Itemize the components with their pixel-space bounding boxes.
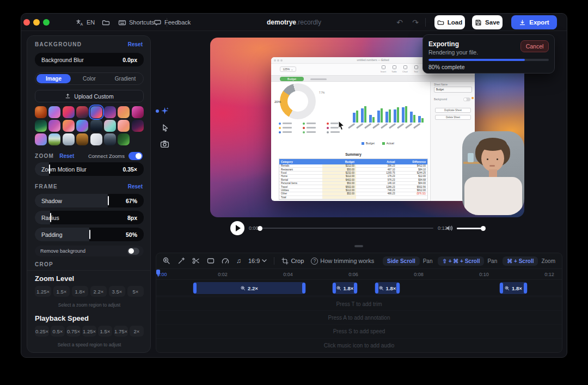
- background-swatch-selected[interactable]: [90, 106, 102, 118]
- save-button[interactable]: Save: [472, 15, 503, 29]
- region-right-handle[interactable]: [524, 283, 527, 294]
- zoom-region-icon: [336, 286, 341, 291]
- playback-current-time: 0:00: [249, 225, 259, 231]
- volume-slider[interactable]: [457, 228, 483, 229]
- background-swatch[interactable]: [104, 133, 116, 145]
- zoom-reset-link[interactable]: Reset: [59, 153, 74, 159]
- magic-cut-tool-icon[interactable]: [177, 257, 185, 265]
- zoom-in-tool-icon[interactable]: [163, 257, 170, 265]
- webcam-person-fringe: [479, 138, 507, 151]
- zoom-region[interactable]: 2.2×: [193, 282, 306, 294]
- background-swatch[interactable]: [104, 106, 116, 118]
- speed-0.25x[interactable]: 0.25×: [35, 326, 49, 337]
- zoom-level-1.8x[interactable]: 1.8×: [72, 286, 88, 297]
- zoom-level-1.5x[interactable]: 1.5×: [53, 286, 70, 297]
- background-swatch[interactable]: [35, 133, 47, 145]
- background-swatch[interactable]: [63, 120, 75, 132]
- background-swatch[interactable]: [35, 120, 47, 132]
- speed-2x[interactable]: 2×: [130, 326, 144, 337]
- background-swatch[interactable]: [76, 120, 88, 132]
- background-swatch[interactable]: [76, 106, 88, 118]
- speed-gauge-icon[interactable]: [222, 257, 229, 265]
- background-swatch[interactable]: [63, 133, 75, 145]
- region-right-handle[interactable]: [396, 283, 400, 294]
- background-swatch[interactable]: [63, 106, 75, 118]
- redo-button[interactable]: ↷: [409, 16, 422, 28]
- tab-color[interactable]: Color: [71, 73, 107, 84]
- speed-1.5x[interactable]: 1.5×: [98, 326, 112, 337]
- webcam-overlay[interactable]: [462, 131, 524, 215]
- tab-gradient[interactable]: Gradient: [107, 73, 143, 84]
- padding-slider[interactable]: Padding 50%: [35, 228, 144, 241]
- zoom-level-2.2x[interactable]: 2.2×: [90, 286, 107, 297]
- speed-0.75x[interactable]: 0.75×: [66, 326, 81, 337]
- zoom-level-3.5x[interactable]: 3.5×: [109, 286, 125, 297]
- help-icon: ?: [311, 258, 318, 265]
- volume-handle[interactable]: [481, 226, 486, 231]
- webcam-person-mouth: [489, 165, 495, 167]
- effects-sparkles-icon[interactable]: [160, 107, 169, 116]
- remove-background-toggle[interactable]: [127, 248, 139, 255]
- background-reset-link[interactable]: Reset: [128, 41, 143, 47]
- zoom-level-5x[interactable]: 5×: [127, 286, 144, 297]
- annotation-tool-icon[interactable]: [207, 257, 215, 265]
- tab-image-label: Image: [36, 74, 71, 83]
- radius-slider[interactable]: Radius 8px: [35, 211, 144, 224]
- seek-bar[interactable]: [262, 228, 433, 229]
- region-right-handle[interactable]: [354, 283, 357, 294]
- volume-icon[interactable]: [445, 224, 454, 232]
- crop-button[interactable]: Crop: [281, 258, 304, 265]
- speed-1.25x[interactable]: 1.25×: [82, 326, 96, 337]
- background-swatch[interactable]: [118, 133, 130, 145]
- connect-zooms-toggle[interactable]: [128, 152, 143, 160]
- background-swatch[interactable]: [132, 120, 144, 132]
- ruler-tick-label: 0:00: [157, 272, 179, 277]
- aspect-ratio-dropdown[interactable]: 16:9: [248, 258, 267, 264]
- background-swatch[interactable]: [90, 133, 102, 145]
- trim-scissors-icon[interactable]: [192, 257, 200, 265]
- panel-resize-handle[interactable]: [354, 245, 363, 247]
- background-swatch[interactable]: [104, 120, 116, 132]
- how-trimming-works-label: How trimming works: [320, 258, 374, 264]
- upload-custom-button[interactable]: Upload Custom: [35, 90, 144, 102]
- play-button[interactable]: [230, 221, 244, 235]
- frame-reset-link[interactable]: Reset: [128, 184, 143, 190]
- zoom-track[interactable]: 2.2× 1.8× 1.8×: [156, 280, 562, 296]
- background-blur-slider[interactable]: Background Blur 0.0px: [35, 53, 144, 66]
- how-trimming-works-link[interactable]: ? How trimming works: [311, 258, 374, 265]
- background-swatch[interactable]: [90, 120, 102, 132]
- background-swatch[interactable]: [118, 120, 130, 132]
- export-toast: Exporting Rendering your file. Cancel 80…: [422, 34, 555, 74]
- zoom-region-label: 1.8×: [344, 285, 354, 291]
- background-swatch[interactable]: [48, 133, 60, 145]
- zoom-region[interactable]: 1.8×: [332, 282, 358, 294]
- timeline-ruler[interactable]: 0:00 0:02 0:04 0:06 0:08 0:10 0:12: [156, 270, 562, 280]
- background-swatch[interactable]: [35, 106, 47, 118]
- background-swatch[interactable]: [76, 133, 88, 145]
- zoom-region[interactable]: 1.8×: [375, 282, 400, 294]
- cursor-tool-icon[interactable]: [161, 124, 169, 132]
- background-swatch[interactable]: [48, 106, 60, 118]
- recorded-summary-title: Summary: [279, 152, 428, 156]
- zoom-level-1.25x[interactable]: 1.25×: [35, 286, 51, 297]
- shadow-slider[interactable]: Shadow 67%: [35, 194, 144, 207]
- speed-1.75x[interactable]: 1.75×: [114, 326, 128, 337]
- background-swatch[interactable]: [118, 106, 130, 118]
- region-right-handle[interactable]: [302, 283, 305, 294]
- load-button[interactable]: Load: [434, 15, 465, 29]
- camera-tool-icon[interactable]: [160, 140, 169, 148]
- background-swatch[interactable]: [132, 106, 144, 118]
- tab-image[interactable]: Image: [36, 74, 71, 83]
- recorded-donut-label: 20%: [274, 100, 281, 103]
- webcam-person-eye: [487, 158, 488, 160]
- undo-button[interactable]: ↶: [393, 16, 406, 28]
- seek-handle[interactable]: [258, 226, 262, 231]
- playhead[interactable]: [156, 270, 160, 274]
- background-swatch[interactable]: [48, 120, 60, 132]
- music-tool-icon[interactable]: ♫: [236, 257, 241, 265]
- zoom-motion-blur-slider[interactable]: Zoom Motion Blur 0.35×: [35, 162, 144, 176]
- speed-0.5x[interactable]: 0.5×: [51, 326, 65, 337]
- cancel-export-button[interactable]: Cancel: [520, 40, 549, 52]
- export-button[interactable]: Export: [511, 15, 557, 29]
- zoom-region[interactable]: 1.8×: [499, 282, 528, 294]
